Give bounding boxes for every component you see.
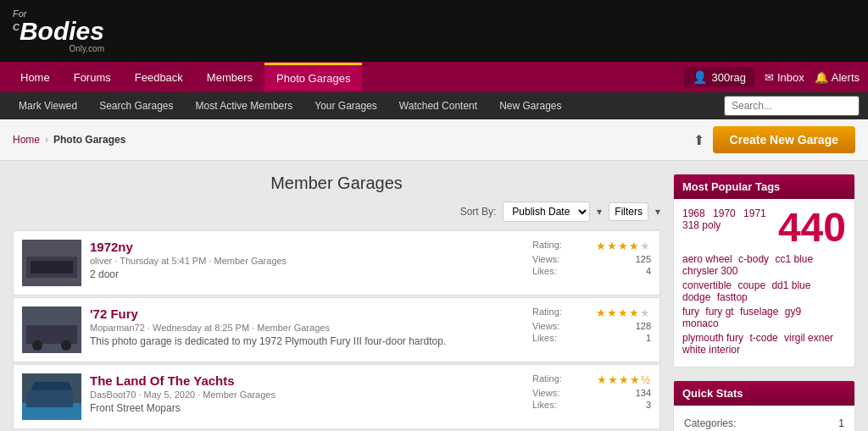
tag-1971[interactable]: 1971 xyxy=(743,207,766,219)
breadcrumb-actions: ⬆ Create New Garage xyxy=(693,126,855,153)
garage-meta: Moparman72 · Wednesday at 8:25 PM · Memb… xyxy=(90,323,524,333)
sort-select[interactable]: Publish Date Views Rating Likes xyxy=(503,202,590,222)
user-avatar-icon: 👤 xyxy=(693,70,707,84)
views-value: 125 xyxy=(636,254,651,264)
sub-nav-watched[interactable]: Watched Content xyxy=(389,95,487,117)
share-icon: ⬆ xyxy=(693,132,704,148)
tag-fury[interactable]: fury xyxy=(682,306,699,318)
nav-bar: Home Forums Feedback Members Photo Garag… xyxy=(0,62,868,92)
categories-value: 1 xyxy=(754,416,844,431)
nav-right: 👤 300rag ✉ Inbox 🔔 Alerts xyxy=(684,67,860,87)
tag-monaco[interactable]: monaco xyxy=(682,318,719,329)
garage-info: '72 Fury Moparman72 · Wednesday at 8:25 … xyxy=(90,307,524,347)
chevron-down-icon: ▾ xyxy=(597,206,602,218)
page-title: Member Garages xyxy=(13,174,660,193)
popular-tags-body: 440 1968 1970 1971 318 poly aero wheel c… xyxy=(674,199,854,367)
quick-stats-header: Quick Stats xyxy=(674,381,854,406)
sub-nav-your-garages[interactable]: Your Garages xyxy=(304,95,387,117)
inbox-icon: ✉ xyxy=(765,71,774,84)
likes-label: Likes: xyxy=(532,400,557,410)
star-rating: ★★★★★ xyxy=(596,240,651,252)
garage-stats: Rating: ★★★★★ Views: 128 Likes: 1 xyxy=(532,307,651,345)
tag-fuselage[interactable]: fuselage xyxy=(740,306,778,318)
nav-home[interactable]: Home xyxy=(8,64,62,91)
sort-bar: Sort By: Publish Date Views Rating Likes… xyxy=(13,202,660,222)
quick-stats-panel: Quick Stats Categories: 1 Garages: 700 V… xyxy=(673,380,855,431)
breadcrumb-separator: › xyxy=(45,134,48,146)
views-value: 134 xyxy=(636,388,651,398)
tag-t-code[interactable]: t-code xyxy=(749,332,777,344)
nav-forums[interactable]: Forums xyxy=(62,64,123,91)
star-rating: ★★★★½ xyxy=(597,373,651,386)
search-area xyxy=(724,96,860,116)
stats-table: Categories: 1 Garages: 700 Views: 772,55… xyxy=(682,414,846,431)
popular-tags-panel: Most Popular Tags 440 1968 1970 1971 318… xyxy=(673,174,855,367)
tag-318poly[interactable]: 318 poly xyxy=(682,219,721,231)
tag-convertible[interactable]: convertible xyxy=(682,279,732,291)
tag-fasttop[interactable]: fasttop xyxy=(717,291,748,303)
user-info[interactable]: 👤 300rag xyxy=(684,67,754,87)
search-input[interactable] xyxy=(724,96,860,116)
tag-row: plymouth fury t-code virgil exner white … xyxy=(682,332,846,356)
garage-title[interactable]: 1972ny xyxy=(90,240,524,254)
likes-value: 3 xyxy=(646,400,651,410)
tag-dodge[interactable]: dodge xyxy=(682,291,710,303)
tag-white-interior[interactable]: white interior xyxy=(682,344,740,356)
tag-coupe[interactable]: coupe xyxy=(737,279,765,291)
tag-dd1-blue[interactable]: dd1 blue xyxy=(771,279,810,291)
quick-stats-body: Categories: 1 Garages: 700 Views: 772,55… xyxy=(674,406,854,431)
tag-aero-wheel[interactable]: aero wheel xyxy=(682,253,732,265)
tag-virgil-exner[interactable]: virgil exner xyxy=(784,332,833,344)
views-value: 128 xyxy=(636,321,651,331)
filters-button[interactable]: Filters xyxy=(609,202,648,221)
garage-title[interactable]: The Land Of The Yachts xyxy=(90,373,524,388)
breadcrumb-home[interactable]: Home xyxy=(13,134,40,146)
tag-row: aero wheel c-body cc1 blue chrysler 300 xyxy=(682,253,846,277)
bell-icon: 🔔 xyxy=(815,71,828,84)
tag-1970[interactable]: 1970 xyxy=(713,207,736,219)
tag-cc1-blue[interactable]: cc1 blue xyxy=(775,253,813,265)
likes-value: 1 xyxy=(646,333,651,343)
rating-label: Rating: xyxy=(532,307,562,319)
garage-stats: Rating: ★★★★½ Views: 134 Likes: 3 xyxy=(532,373,651,412)
tag-gy9[interactable]: gy9 xyxy=(785,306,801,318)
sub-nav: Mark Viewed Search Garages Most Active M… xyxy=(0,92,868,119)
svg-point-5 xyxy=(32,340,42,351)
nav-members[interactable]: Members xyxy=(195,64,264,91)
tag-fury-gt[interactable]: fury gt xyxy=(705,306,733,318)
tag-row: fury fury gt fuselage gy9 monaco xyxy=(682,306,846,329)
sub-nav-search-garages[interactable]: Search Garages xyxy=(89,95,183,117)
sub-nav-mark-viewed[interactable]: Mark Viewed xyxy=(8,95,87,117)
sub-nav-most-active[interactable]: Most Active Members xyxy=(186,95,303,117)
breadcrumb-current: Photo Garages xyxy=(53,134,125,146)
garage-title[interactable]: '72 Fury xyxy=(90,307,524,321)
garage-thumbnail[interactable] xyxy=(22,240,81,286)
garage-thumbnail[interactable] xyxy=(22,373,81,420)
tag-chrysler-300[interactable]: chrysler 300 xyxy=(682,265,737,277)
svg-marker-10 xyxy=(31,382,73,390)
table-row: The Land Of The Yachts DasBoot70 · May 5… xyxy=(13,364,660,429)
list-item: Categories: 1 xyxy=(684,416,844,431)
tag-c-body[interactable]: c-body xyxy=(738,253,769,265)
logo[interactable]: For CBodies Only.com xyxy=(13,8,104,53)
categories-label: Categories: xyxy=(684,416,752,431)
tag-plymouth-fury[interactable]: plymouth fury xyxy=(682,332,743,344)
create-garage-button[interactable]: Create New Garage xyxy=(713,126,855,153)
logo-cbodies: CBodies xyxy=(13,19,104,44)
nav-feedback[interactable]: Feedback xyxy=(123,64,195,91)
rating-label: Rating: xyxy=(532,373,562,386)
alerts-link[interactable]: 🔔 Alerts xyxy=(815,71,860,84)
svg-rect-2 xyxy=(31,261,73,274)
likes-label: Likes: xyxy=(532,266,557,276)
username: 300rag xyxy=(711,71,745,84)
sub-nav-new-garages[interactable]: New Garages xyxy=(489,95,571,117)
likes-value: 4 xyxy=(646,266,651,276)
tag-row: convertible coupe dd1 blue dodge fasttop xyxy=(682,279,846,303)
nav-photo-garages[interactable]: Photo Garages xyxy=(264,63,362,91)
tag-1968[interactable]: 1968 xyxy=(682,207,705,219)
garage-thumbnail[interactable] xyxy=(22,307,81,353)
filter-chevron-icon: ▾ xyxy=(655,206,660,218)
breadcrumb: Home › Photo Garages ⬆ Create New Garage xyxy=(0,119,868,161)
inbox-link[interactable]: ✉ Inbox xyxy=(765,71,804,84)
garage-desc: This photo garage is dedicated to my 197… xyxy=(90,335,524,347)
